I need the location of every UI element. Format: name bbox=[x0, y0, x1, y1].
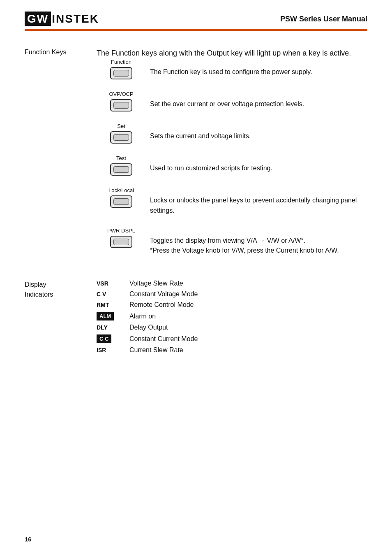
function-keys-title: Function Keys bbox=[25, 49, 66, 56]
function-keys-content: The Function keys along with the Output … bbox=[97, 48, 367, 267]
list-item: VSR Voltage Slew Rate bbox=[97, 280, 367, 287]
key-button-inner bbox=[113, 198, 129, 205]
key-description: Sets the current and voltage limits. bbox=[146, 123, 367, 142]
function-keys-label: Function Keys bbox=[25, 48, 97, 267]
key-button-inner bbox=[113, 102, 129, 109]
page: GWINSTEK PSW Series User Manual Function… bbox=[0, 0, 392, 555]
indicator-code: RMT bbox=[97, 302, 129, 308]
indicator-code-wrap: RMT bbox=[97, 302, 129, 308]
key-button-inner bbox=[113, 134, 129, 141]
indicator-code-wrap: ALM bbox=[97, 312, 129, 320]
display-title-line2: Indicators bbox=[25, 290, 97, 300]
key-button-inner bbox=[113, 70, 129, 77]
key-button[interactable] bbox=[110, 67, 132, 79]
indicator-code-wrap: C C bbox=[97, 334, 129, 343]
indicator-code-wrap: ISR bbox=[97, 347, 129, 353]
list-item: ISR Current Slew Rate bbox=[97, 346, 367, 354]
key-button-inner bbox=[113, 166, 129, 173]
key-column: Test bbox=[97, 155, 146, 176]
key-button[interactable] bbox=[110, 131, 132, 144]
list-item: C C Constant Current Mode bbox=[97, 334, 367, 343]
indicator-code-wrap: VSR bbox=[97, 280, 129, 287]
list-item: DLY Delay Output bbox=[97, 324, 367, 331]
company-logo: GWINSTEK bbox=[25, 12, 99, 26]
indicator-code-boxed: C C bbox=[97, 334, 111, 343]
key-description: The Function key is used to configure th… bbox=[146, 59, 367, 77]
list-item: Set Sets the current and voltage limits. bbox=[97, 123, 367, 144]
key-button-inner bbox=[113, 239, 129, 245]
indicator-description: Voltage Slew Rate bbox=[129, 280, 183, 287]
indicator-description: Current Slew Rate bbox=[129, 346, 183, 354]
indicator-description: Constant Voltage Mode bbox=[129, 290, 198, 298]
indicator-description: Remote Control Mode bbox=[129, 301, 194, 309]
function-items-list: Function The Function key is used to con… bbox=[97, 59, 367, 267]
indicator-code-boxed: ALM bbox=[97, 312, 114, 320]
key-label: Function bbox=[111, 59, 131, 65]
indicator-code: VSR bbox=[97, 280, 129, 287]
key-label: Set bbox=[117, 123, 125, 129]
header-divider bbox=[25, 30, 367, 31]
list-item: Test Used to run customized scripts for … bbox=[97, 155, 367, 176]
manual-title: PSW Series User Manual bbox=[280, 15, 367, 23]
key-description: Locks or unlocks the panel keys to preve… bbox=[146, 187, 367, 216]
key-description: Toggles the display from viewing V/A → V… bbox=[146, 228, 367, 256]
indicator-code: DLY bbox=[97, 324, 129, 331]
key-button[interactable] bbox=[110, 236, 132, 248]
page-number: 16 bbox=[25, 536, 32, 543]
list-item: OVP/OCP Set the over current or over vol… bbox=[97, 91, 367, 111]
key-button[interactable] bbox=[110, 99, 132, 111]
indicator-description: Alarm on bbox=[129, 313, 156, 320]
main-content: Function Keys The Function keys along wi… bbox=[25, 44, 367, 357]
indicator-code-wrap: DLY bbox=[97, 324, 129, 331]
page-header: GWINSTEK PSW Series User Manual bbox=[25, 12, 367, 30]
function-keys-section: Function Keys The Function keys along wi… bbox=[25, 48, 367, 267]
key-label: Lock/Local bbox=[108, 187, 134, 193]
list-item: RMT Remote Control Mode bbox=[97, 301, 367, 309]
list-item: C V Constant Voltage Mode bbox=[97, 290, 367, 298]
logo-instek: INSTEK bbox=[52, 12, 99, 25]
indicator-code: ISR bbox=[97, 347, 129, 353]
key-column: OVP/OCP bbox=[97, 91, 146, 111]
key-label: OVP/OCP bbox=[109, 91, 133, 97]
list-item: ALM Alarm on bbox=[97, 312, 367, 320]
key-description: Used to run customized scripts for testi… bbox=[146, 155, 367, 174]
key-column: PWR DSPL bbox=[97, 228, 146, 248]
key-column: Set bbox=[97, 123, 146, 144]
key-column: Function bbox=[97, 59, 146, 79]
key-label: PWR DSPL bbox=[107, 228, 135, 234]
indicator-description: Delay Output bbox=[129, 324, 168, 331]
indicator-code-wrap: C V bbox=[97, 291, 129, 297]
display-title-line1: Display bbox=[25, 280, 97, 290]
key-column: Lock/Local bbox=[97, 187, 146, 208]
display-indicators-section: Display Indicators VSR Voltage Slew Rate… bbox=[25, 280, 367, 357]
indicators-table: VSR Voltage Slew Rate C V Constant Volta… bbox=[97, 280, 367, 357]
display-indicators-label: Display Indicators bbox=[25, 280, 97, 357]
key-description: Set the over current or over voltage pro… bbox=[146, 91, 367, 109]
list-item: Lock/Local Locks or unlocks the panel ke… bbox=[97, 187, 367, 216]
list-item: Function The Function key is used to con… bbox=[97, 59, 367, 79]
function-keys-intro: The Function keys along with the Output … bbox=[97, 48, 367, 59]
key-button[interactable] bbox=[110, 195, 132, 208]
list-item: PWR DSPL Toggles the display from viewin… bbox=[97, 228, 367, 256]
key-button[interactable] bbox=[110, 163, 132, 176]
indicator-description: Constant Current Mode bbox=[129, 335, 198, 343]
logo-gw: GW bbox=[25, 12, 51, 26]
indicator-code: C V bbox=[97, 291, 129, 297]
key-label: Test bbox=[116, 155, 126, 161]
